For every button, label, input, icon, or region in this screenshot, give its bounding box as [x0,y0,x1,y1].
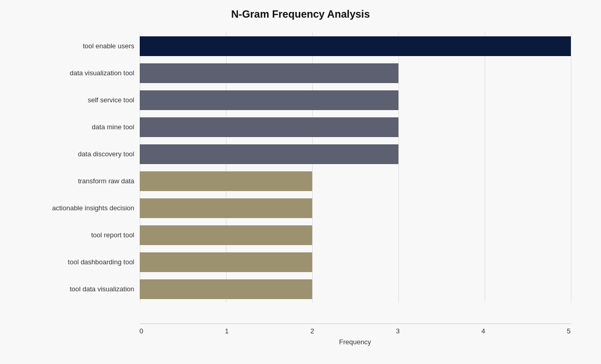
bar-area [140,114,571,141]
bar-label: tool report tool [31,231,140,239]
bar-row: data mine tool [31,114,571,141]
chart-title: N-Gram Frequency Analysis [31,8,571,20]
bar-area [140,141,571,168]
bar-row: data discovery tool [31,141,571,168]
bar-area [140,195,571,222]
bar-row: data visualization tool [31,60,571,87]
bar-row: tool dashboarding tool [31,249,571,276]
x-tick: 1 [225,327,229,335]
bar-label: tool enable users [31,42,140,50]
x-tick: 5 [567,327,570,335]
bar-area [140,60,571,87]
bar [140,90,398,110]
bar [140,117,398,137]
chart-container: N-Gram Frequency Analysis tool enable us… [15,0,586,364]
bar-label: data mine tool [31,123,140,131]
bar-label: tool data visualization [31,285,140,293]
bar [140,252,312,272]
x-tick: 0 [140,327,143,335]
bar [140,198,312,218]
bar-area [140,168,571,195]
chart-body: tool enable usersdata visualization tool… [31,33,571,323]
bar-area [140,33,571,60]
bar-label: data discovery tool [31,150,140,158]
bar-row: self service tool [31,87,571,114]
bar-row: transform raw data [31,168,571,195]
bar [140,279,312,299]
bar [140,63,398,83]
x-axis-ticks: 012345 [140,323,571,335]
bar-label: actionable insights decision [31,204,140,212]
x-axis-label: Frequency [140,338,571,346]
bar-label: tool dashboarding tool [31,258,140,266]
bar-label: data visualization tool [31,69,140,77]
x-tick: 4 [482,327,485,335]
bar-label: self service tool [31,96,140,104]
bar-row: actionable insights decision [31,195,571,222]
bar-area [140,276,571,303]
bar-area [140,222,571,249]
bar [140,171,312,191]
bar [140,36,571,56]
x-tick: 2 [311,327,314,335]
bar [140,225,312,245]
x-axis-container: 012345 [140,323,571,335]
x-tick: 3 [396,327,399,335]
bar-label: transform raw data [31,177,140,185]
bar-row: tool report tool [31,222,571,249]
bar-area [140,249,571,276]
bar [140,144,398,164]
bar-row: tool enable users [31,33,571,60]
bar-area [140,87,571,114]
bar-row: tool data visualization [31,276,571,303]
